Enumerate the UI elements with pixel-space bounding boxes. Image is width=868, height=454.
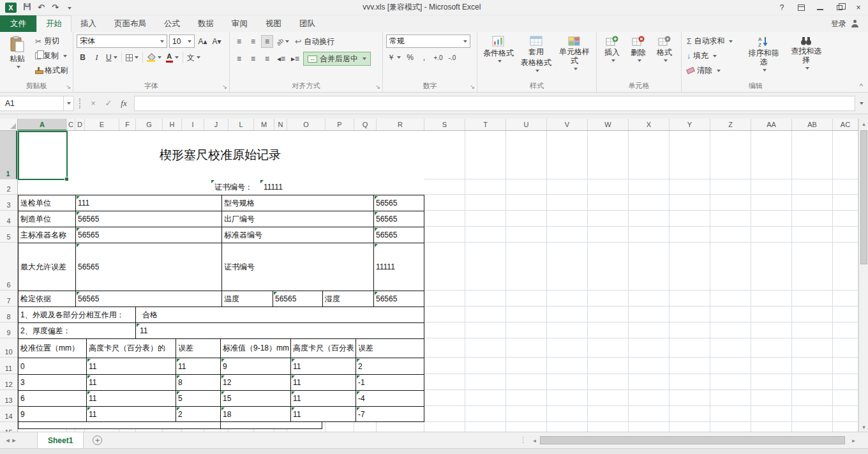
row-header-4[interactable]: 4 [0,211,17,227]
column-header-M[interactable]: M [254,119,274,131]
number-dialog-launcher[interactable]: ↘ [470,84,475,90]
cell[interactable]: 证书编号 [221,243,373,291]
row-header-13[interactable]: 13 [0,390,17,406]
select-all-button[interactable] [0,119,18,131]
cell[interactable]: 9 [220,358,290,374]
column-header-AB[interactable]: AB [792,119,833,131]
cell[interactable]: 检定依据 [18,291,75,306]
row-header-8[interactable]: 8 [0,306,17,322]
cell[interactable]: -4 [355,390,424,406]
column-header-W[interactable]: W [588,119,629,131]
cell[interactable]: 0 [18,358,86,374]
tab-file[interactable]: 文件 [0,15,36,32]
cell[interactable]: 56565 [273,291,322,306]
cell[interactable]: 温度 [221,291,273,306]
column-header-S[interactable]: S [424,119,465,131]
cell[interactable]: 11 [86,406,176,422]
column-header-X[interactable]: X [629,119,670,131]
cell[interactable]: 出厂编号 [221,211,373,227]
orientation-button[interactable]: ab [275,35,290,48]
comma-style-button[interactable]: , [418,51,430,64]
cell[interactable]: 11 [176,358,220,374]
row-header-10[interactable]: 10 [0,338,17,358]
increase-decimal-button[interactable]: +.0 [432,51,444,64]
enter-button[interactable]: ✓ [101,96,116,111]
column-header-N[interactable]: N [274,119,287,131]
cell[interactable]: 6 [18,390,86,406]
tab-team[interactable]: 团队 [290,15,324,32]
cell[interactable]: 高度卡尺（百分表 [290,338,355,358]
row-header-3[interactable]: 3 [0,195,17,211]
cell[interactable] [220,422,322,429]
column-header-H[interactable]: H [163,119,182,131]
column-header-T[interactable]: T [465,119,506,131]
cell[interactable]: 11 [86,358,176,374]
horizontal-scroll-thumb[interactable] [540,436,845,444]
increase-font-size-button[interactable]: A▴ [197,35,209,48]
formula-bar-splitter[interactable] [79,98,80,109]
column-header-F[interactable]: F [119,119,136,131]
column-header-Y[interactable]: Y [670,119,710,131]
align-center-button[interactable]: ≡ [247,52,259,65]
ribbon-display-options-button[interactable] [791,0,811,15]
cell[interactable]: 56565 [373,227,424,243]
cell[interactable]: 15 [220,390,290,406]
cell[interactable]: 56565 [75,291,221,306]
save-button[interactable] [24,3,31,11]
find-select-button[interactable]: 查找和选择 [786,34,827,81]
italic-button[interactable]: I [91,51,103,64]
cell[interactable]: 56565 [373,291,424,306]
new-sheet-button[interactable]: + [93,435,102,445]
cell[interactable]: 1、外观及各部分分相互作用： [18,306,135,322]
cancel-button[interactable]: × [86,96,101,111]
paste-button[interactable]: 粘贴 [3,34,31,81]
name-box-dropdown[interactable] [64,96,74,111]
cell[interactable]: 111 [75,195,221,211]
row-header-14[interactable]: 14 [0,406,17,422]
scroll-down-button[interactable]: ▾ [859,422,868,432]
column-header-Q[interactable]: Q [354,119,377,131]
undo-button[interactable]: ↶ [38,3,45,11]
row-header-7[interactable]: 7 [0,291,17,306]
column-header-AC[interactable]: AC [833,119,858,131]
number-format-combo[interactable]: 常规 [386,34,470,48]
phonetic-guide-button[interactable]: 文 [186,51,202,64]
cell[interactable]: 11 [86,374,176,390]
clear-button[interactable]: 清除 [685,64,742,77]
tab-review[interactable]: 审阅 [223,15,257,32]
cell[interactable]: 56565 [75,243,221,291]
align-right-button[interactable]: ≡ [261,52,273,65]
cell[interactable]: 合格 [135,306,424,322]
close-button[interactable]: × [849,0,868,15]
cell-styles-button[interactable]: 单元格样式 [556,34,593,81]
sign-in-button[interactable]: 登录 [831,15,868,32]
percent-style-button[interactable]: % [404,51,416,64]
font-color-button[interactable]: A [165,51,180,64]
cell[interactable]: 56565 [75,227,221,243]
cell[interactable]: -1 [355,374,424,390]
sheet-nav-right-button[interactable]: ▸ [6,432,22,449]
row-header-2[interactable]: 2 [0,179,17,195]
cell[interactable]: 标准器编号 [221,227,373,243]
cell[interactable]: 2、厚度偏差： [18,322,135,338]
cell[interactable]: 误差 [355,338,424,358]
row-header-5[interactable]: 5 [0,227,17,243]
format-painter-button[interactable]: 格式刷 [33,64,70,77]
cell[interactable]: 56565 [373,211,424,227]
column-header-AA[interactable]: AA [751,119,792,131]
excel-logo-icon[interactable]: X [5,3,17,13]
wrap-text-button[interactable]: ↩ 自动换行 [292,34,337,49]
row-header-11[interactable]: 11 [0,358,17,374]
cell[interactable]: 5 [176,390,220,406]
cell[interactable]: 3 [18,374,86,390]
cell[interactable]: 56565 [75,211,221,227]
cell[interactable]: 楔形塞尺校准原始记录 [67,131,373,179]
maximize-button[interactable] [830,0,849,15]
tab-formulas[interactable]: 公式 [155,15,189,32]
column-header-A[interactable]: A [18,119,67,131]
redo-button[interactable]: ↷ [52,3,59,11]
font-dialog-launcher[interactable]: ↘ [222,84,227,90]
cell[interactable]: 11 [290,406,355,422]
hscroll-left-button[interactable]: ◂ [530,435,539,445]
column-header-L[interactable]: L [228,119,254,131]
